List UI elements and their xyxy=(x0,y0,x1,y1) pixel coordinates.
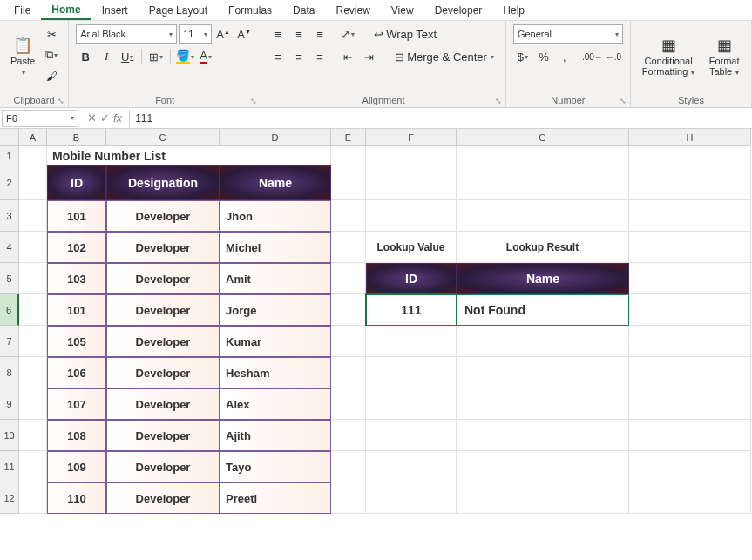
conditional-formatting-button[interactable]: ▦ Conditional Formatting ▾ xyxy=(638,33,699,79)
format-table-button[interactable]: ▦ Format Table ▾ xyxy=(704,33,744,79)
name-box[interactable]: F6▾ xyxy=(2,110,78,127)
align-top-button[interactable]: ≡ xyxy=(268,24,288,44)
tab-home[interactable]: Home xyxy=(41,1,91,20)
col-header[interactable]: E xyxy=(331,129,366,146)
cell[interactable] xyxy=(366,146,457,165)
comma-button[interactable]: , xyxy=(555,47,574,66)
data-designation[interactable]: Developer xyxy=(106,482,220,514)
cell[interactable] xyxy=(331,146,366,165)
row-header[interactable]: 11 xyxy=(0,451,19,482)
lookup-value-label[interactable]: Lookup Value xyxy=(366,232,457,263)
data-name-cell[interactable]: Alex xyxy=(220,388,331,420)
cell[interactable] xyxy=(19,165,47,200)
col-header[interactable]: D xyxy=(220,129,331,146)
tab-formulas[interactable]: Formulas xyxy=(218,2,282,19)
cell[interactable] xyxy=(629,146,751,165)
borders-button[interactable]: ⊞▾ xyxy=(146,47,166,66)
cell[interactable] xyxy=(629,420,751,451)
col-header[interactable]: C xyxy=(106,129,220,146)
row-header[interactable]: 8 xyxy=(0,357,19,388)
increase-decimal-button[interactable]: .00→ xyxy=(583,47,602,66)
cell[interactable] xyxy=(457,482,629,514)
cell[interactable] xyxy=(331,232,366,263)
cell[interactable] xyxy=(629,326,751,357)
tab-view[interactable]: View xyxy=(381,2,424,19)
tab-help[interactable]: Help xyxy=(492,2,535,19)
cell[interactable] xyxy=(366,165,457,200)
font-name-combo[interactable]: Arial Black▾ xyxy=(76,24,177,44)
cell[interactable] xyxy=(331,357,366,388)
lookup-id-header[interactable]: ID xyxy=(366,263,457,294)
cell[interactable] xyxy=(19,482,47,514)
cell[interactable] xyxy=(629,232,751,263)
cell[interactable] xyxy=(366,388,457,420)
data-designation[interactable]: Developer xyxy=(106,451,220,482)
data-name-cell[interactable]: Ajith xyxy=(220,420,331,451)
cell[interactable] xyxy=(19,326,47,357)
enter-formula-button[interactable]: ✓ xyxy=(100,111,110,125)
row-header[interactable]: 9 xyxy=(0,388,19,420)
data-id[interactable]: 105 xyxy=(47,326,106,357)
tab-file[interactable]: File xyxy=(3,2,41,19)
cell[interactable] xyxy=(19,263,47,294)
increase-font-button[interactable]: A▲ xyxy=(213,24,233,44)
cell[interactable] xyxy=(331,200,366,232)
data-id[interactable]: 108 xyxy=(47,420,106,451)
cell[interactable] xyxy=(331,326,366,357)
cell[interactable] xyxy=(19,357,47,388)
accounting-format-button[interactable]: $▾ xyxy=(513,47,532,66)
fill-color-button[interactable]: 🪣▾ xyxy=(175,47,194,66)
lookup-id-cell[interactable]: 111 xyxy=(366,294,457,326)
col-header[interactable]: F xyxy=(366,129,457,146)
cell[interactable] xyxy=(629,388,751,420)
data-id[interactable]: 102 xyxy=(47,232,106,263)
row-header[interactable]: 10 xyxy=(0,420,19,451)
data-designation[interactable]: Developer xyxy=(106,263,220,294)
cell[interactable] xyxy=(366,482,457,514)
row-header[interactable]: 12 xyxy=(0,482,19,514)
paste-button[interactable]: 📋 Paste▾ xyxy=(7,24,38,87)
data-designation[interactable]: Developer xyxy=(106,294,220,326)
col-header[interactable]: H xyxy=(629,129,751,146)
tab-data[interactable]: Data xyxy=(282,2,325,19)
font-color-button[interactable]: A▾ xyxy=(196,47,215,66)
cell[interactable] xyxy=(457,420,629,451)
align-left-button[interactable]: ≡ xyxy=(268,47,288,66)
cell[interactable] xyxy=(629,165,751,200)
data-name-cell[interactable]: Amit xyxy=(220,263,331,294)
data-designation[interactable]: Developer xyxy=(106,232,220,263)
data-name-cell[interactable]: Preeti xyxy=(220,482,331,514)
format-painter-button[interactable]: 🖌 xyxy=(42,66,61,85)
tab-review[interactable]: Review xyxy=(325,2,380,19)
bold-button[interactable]: B xyxy=(76,47,95,66)
row-header[interactable]: 6 xyxy=(0,294,19,326)
cell[interactable] xyxy=(19,451,47,482)
cell[interactable] xyxy=(457,146,629,165)
lookup-result-label[interactable]: Lookup Result xyxy=(457,232,629,263)
cell[interactable] xyxy=(457,388,629,420)
dialog-launcher-icon[interactable]: ⤡ xyxy=(250,97,259,105)
data-id[interactable]: 103 xyxy=(47,263,106,294)
lookup-name-header[interactable]: Name xyxy=(457,263,629,294)
data-designation[interactable]: Developer xyxy=(106,388,220,420)
data-designation[interactable]: Developer xyxy=(106,420,220,451)
cell[interactable] xyxy=(19,388,47,420)
cell[interactable] xyxy=(629,357,751,388)
decrease-font-button[interactable]: A▼ xyxy=(234,24,254,44)
fx-button[interactable]: fx xyxy=(113,111,122,125)
cell[interactable] xyxy=(331,451,366,482)
header-id[interactable]: ID xyxy=(47,165,106,200)
cell[interactable] xyxy=(629,294,751,326)
cell[interactable] xyxy=(457,357,629,388)
cell[interactable] xyxy=(331,294,366,326)
data-id[interactable]: 109 xyxy=(47,451,106,482)
cell[interactable] xyxy=(629,482,751,514)
header-name[interactable]: Name xyxy=(220,165,331,200)
wrap-text-button[interactable]: ↩Wrap Text xyxy=(369,24,441,44)
select-all-corner[interactable] xyxy=(0,129,19,146)
align-bottom-button[interactable]: ≡ xyxy=(310,24,329,44)
cell[interactable] xyxy=(366,200,457,232)
cell[interactable] xyxy=(19,200,47,232)
data-id[interactable]: 101 xyxy=(47,294,106,326)
row-header[interactable]: 1 xyxy=(0,146,19,165)
